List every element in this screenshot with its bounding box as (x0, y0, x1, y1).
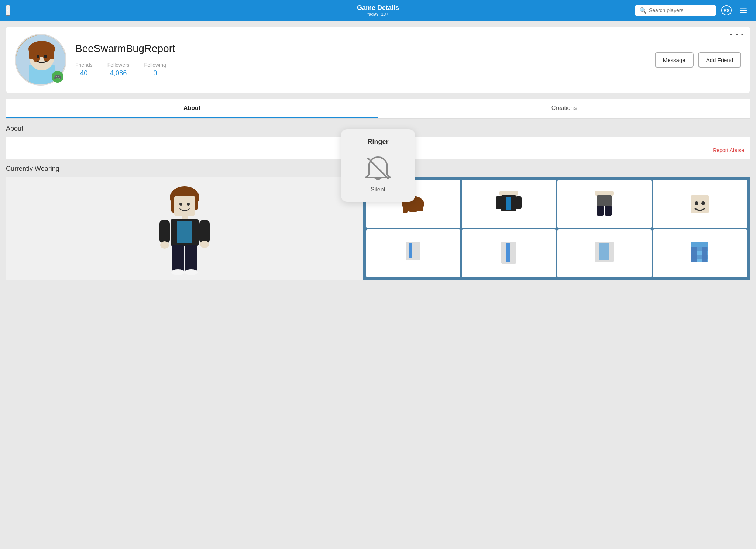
wearing-item[interactable] (557, 180, 652, 228)
ringer-popup: Ringer Silent (341, 129, 415, 202)
profile-info: BeeSwarmBugReport Friends 40 Followers 4… (75, 43, 646, 77)
profile-actions: Message Add Friend (655, 52, 741, 68)
wearing-item[interactable] (557, 229, 652, 277)
page-subtitle: fad99: 13+ (357, 12, 399, 17)
svg-rect-59 (691, 255, 708, 259)
wearing-item[interactable] (653, 180, 747, 228)
svg-rect-58 (691, 247, 708, 251)
svg-point-20 (187, 203, 190, 206)
robux-button[interactable]: R$ (720, 4, 733, 17)
bell-icon (361, 152, 395, 185)
following-stat: Following 0 (144, 62, 166, 77)
header-actions: 🔍 R$ (635, 4, 750, 17)
friends-stat: Friends 40 (75, 62, 93, 77)
svg-rect-37 (496, 196, 502, 209)
friends-label: Friends (75, 62, 93, 68)
ringer-subtitle: Silent (356, 186, 400, 193)
following-value: 0 (144, 69, 166, 77)
svg-rect-48 (409, 243, 412, 258)
svg-point-13 (37, 55, 39, 58)
jacket-item-icon (496, 189, 522, 219)
svg-point-30 (171, 269, 185, 275)
page-title: Game Details (357, 4, 399, 12)
game-badge: 🎮 (52, 71, 63, 83)
svg-rect-41 (597, 195, 612, 206)
ringer-bell-icon (356, 152, 400, 186)
wearing-3d-view: 3D (6, 177, 363, 280)
svg-rect-18 (174, 196, 195, 216)
profile-username: BeeSwarmBugReport (75, 43, 646, 55)
menu-button[interactable] (737, 4, 750, 17)
wearing-item[interactable] (366, 229, 460, 277)
more-options-button[interactable]: • • • (730, 31, 744, 39)
following-label: Following (144, 62, 166, 68)
svg-point-27 (200, 241, 209, 248)
svg-rect-52 (599, 243, 609, 260)
shirt-arm-icon (400, 239, 426, 268)
checkered-shirt-icon (687, 239, 713, 268)
add-friend-button[interactable]: Add Friend (698, 52, 741, 68)
svg-rect-42 (597, 206, 604, 216)
app-header: ‹ Game Details fad99: 13+ 🔍 R$ (0, 0, 756, 21)
search-icon: 🔍 (639, 7, 647, 14)
svg-rect-39 (506, 197, 511, 210)
svg-point-45 (695, 201, 698, 205)
wearing-grid (363, 177, 750, 280)
svg-rect-40 (595, 191, 614, 196)
followers-stat: Followers 4,086 (107, 62, 130, 77)
pants-leg-icon (496, 239, 522, 268)
followers-value: 4,086 (107, 69, 130, 77)
avatar-container: 🎮 (15, 34, 66, 86)
header-center: Game Details fad99: 13+ (357, 4, 399, 17)
svg-text:R$: R$ (724, 8, 730, 13)
menu-icon (739, 6, 748, 15)
svg-point-46 (701, 201, 705, 205)
svg-rect-2 (740, 8, 747, 9)
svg-rect-35 (499, 191, 518, 196)
pants-item-icon (591, 189, 617, 219)
report-abuse-link[interactable]: Report Abuse (713, 147, 744, 153)
profile-card: 🎮 BeeSwarmBugReport Friends 40 Followers… (6, 27, 750, 93)
svg-rect-43 (605, 206, 612, 216)
svg-rect-29 (185, 245, 197, 272)
face-item-icon (687, 193, 713, 215)
svg-rect-34 (419, 203, 423, 211)
svg-point-60 (377, 177, 379, 180)
svg-rect-57 (691, 242, 708, 247)
wearing-item[interactable] (653, 229, 747, 277)
back-button[interactable]: ‹ (6, 5, 10, 16)
svg-rect-47 (406, 242, 420, 260)
svg-rect-25 (199, 220, 210, 244)
svg-rect-50 (506, 243, 510, 262)
robux-icon: R$ (721, 5, 732, 15)
followers-label: Followers (107, 62, 130, 68)
character-3d (144, 181, 225, 277)
wearing-item[interactable] (462, 180, 556, 228)
svg-rect-28 (172, 245, 184, 272)
svg-point-26 (160, 241, 169, 249)
svg-rect-23 (177, 221, 192, 243)
shirt-sleeve-icon (591, 239, 617, 268)
ringer-title: Ringer (356, 138, 400, 146)
search-input[interactable] (649, 7, 712, 13)
svg-rect-24 (159, 220, 170, 244)
tabs: About Creations (6, 99, 750, 119)
svg-point-31 (185, 269, 198, 275)
friends-value: 40 (75, 69, 93, 77)
message-button[interactable]: Message (655, 52, 694, 68)
svg-point-19 (179, 203, 182, 206)
stats-row: Friends 40 Followers 4,086 Following 0 (75, 62, 646, 77)
svg-rect-3 (740, 10, 747, 11)
tab-creations[interactable]: Creations (378, 99, 750, 118)
svg-point-14 (44, 55, 47, 58)
svg-rect-33 (403, 203, 408, 213)
tab-about[interactable]: About (6, 99, 378, 118)
svg-rect-4 (740, 12, 747, 13)
svg-rect-38 (516, 196, 522, 209)
wearing-item[interactable] (462, 229, 556, 277)
search-bar[interactable]: 🔍 (635, 5, 716, 16)
